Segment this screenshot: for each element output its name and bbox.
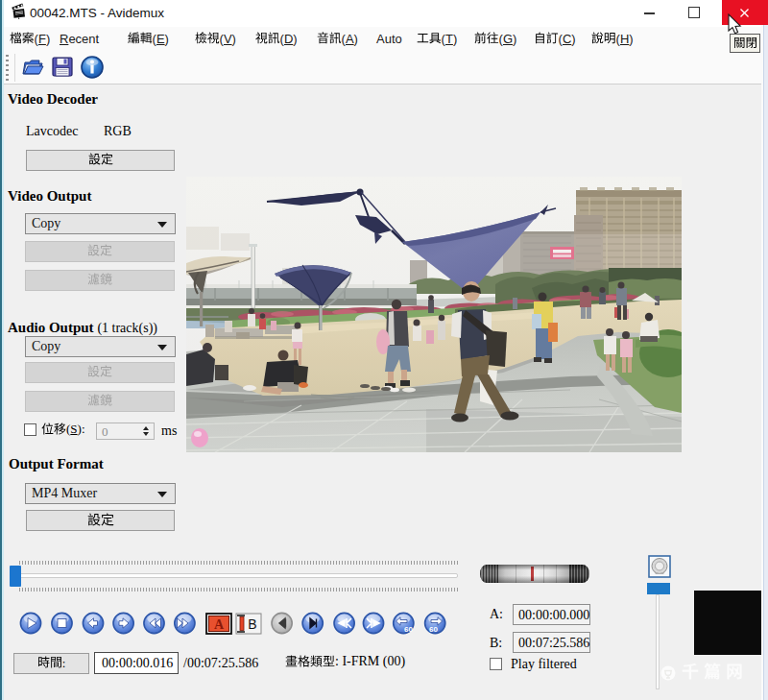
svg-text:60: 60 xyxy=(429,625,438,634)
svg-text:A: A xyxy=(214,617,225,632)
svg-text:60: 60 xyxy=(404,625,413,634)
svg-text:B: B xyxy=(248,616,256,632)
